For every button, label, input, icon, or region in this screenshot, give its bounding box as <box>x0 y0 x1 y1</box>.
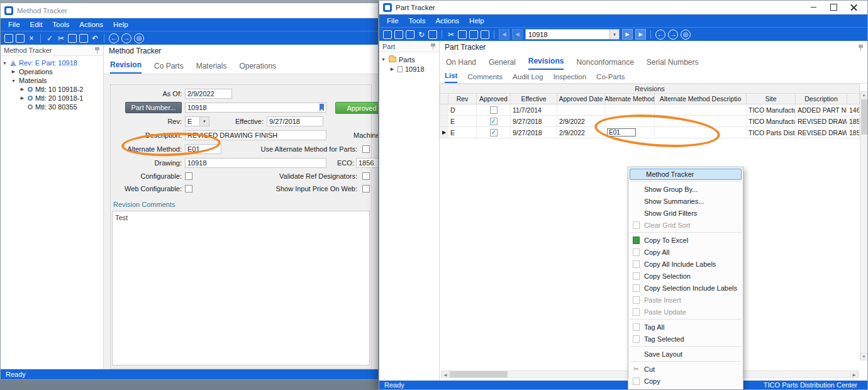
tools-icon[interactable] <box>428 30 437 39</box>
tab-general[interactable]: General <box>489 58 516 70</box>
context-menu-item-copy-selection[interactable]: Copy Selection <box>628 270 743 282</box>
tree-item-parts[interactable]: ▼ Parts <box>381 55 438 64</box>
grid-cell-alternate-method[interactable] <box>605 104 655 115</box>
first-record-button[interactable]: ◀ <box>499 29 509 40</box>
scrollbar-thumb[interactable] <box>861 99 867 135</box>
grid-header-rev[interactable]: Rev <box>448 94 477 104</box>
grid-cell-alternate-method-description[interactable] <box>655 116 747 126</box>
cut-icon[interactable]: ✂ <box>447 30 455 39</box>
grid-cell-alternate-method-description[interactable] <box>655 127 747 138</box>
paste-icon[interactable] <box>469 30 478 39</box>
rev-dropdown[interactable]: E ▼ <box>185 116 209 126</box>
expander-icon[interactable]: ▶ <box>19 87 25 92</box>
grid-cell-description[interactable]: REVISED DRAWI <box>796 127 847 138</box>
approved-button[interactable]: Approved <box>335 102 379 114</box>
grid-header-effective[interactable]: Effective <box>511 94 557 104</box>
nav-back-icon[interactable]: ← <box>655 30 665 40</box>
tree-item-materials[interactable]: ▼ Materials <box>2 76 102 85</box>
context-menu-item-method-tracker[interactable]: Method Tracker <box>630 169 742 180</box>
subtab-list[interactable]: List <box>445 72 457 83</box>
chevron-down-icon[interactable]: ▼ <box>609 30 619 39</box>
title-bar[interactable]: Part Tracker <box>379 1 867 14</box>
menu-tools[interactable]: Tools <box>404 17 431 25</box>
search-icon[interactable] <box>481 30 489 39</box>
folder-icon[interactable] <box>394 30 403 39</box>
chart-icon[interactable] <box>383 30 392 39</box>
check-icon[interactable]: ✓ <box>45 34 54 43</box>
context-menu-item-paste-insert[interactable]: Paste Insert <box>628 294 743 306</box>
expander-icon[interactable]: ▼ <box>2 61 8 65</box>
menu-actions[interactable]: Actions <box>74 21 108 28</box>
save-icon[interactable] <box>16 34 25 43</box>
grid-cell-extra[interactable]: 185 <box>847 127 859 138</box>
alternate-method-field[interactable]: E01 <box>185 144 221 154</box>
grid-cell-approved[interactable]: ✓ <box>477 116 511 126</box>
next-record-button[interactable]: ▶ <box>622 29 633 40</box>
grid-cell-extra[interactable]: 185 <box>847 116 859 126</box>
revision-comments-field[interactable]: Test <box>112 211 370 365</box>
scroll-right-icon[interactable]: ▶ <box>850 370 858 378</box>
tab-operations[interactable]: Operations <box>239 62 276 74</box>
tab-co-parts[interactable]: Co Parts <box>154 62 184 74</box>
approved-checkbox[interactable]: ✓ <box>490 118 498 125</box>
copy-icon[interactable] <box>458 30 467 39</box>
scroll-down-icon[interactable]: ▼ <box>860 353 868 360</box>
tab-materials[interactable]: Materials <box>196 62 227 74</box>
nav-back-icon[interactable]: ← <box>109 33 119 43</box>
grid-cell-approved-date[interactable]: 2/9/2022 <box>557 116 605 126</box>
pin-icon[interactable] <box>430 43 436 50</box>
tree-item-material[interactable]: ▶ Mtl: 10 10918-2 <box>2 85 102 94</box>
pin-icon[interactable] <box>94 47 100 54</box>
grid-header-description[interactable]: Description <box>796 94 847 104</box>
tree-item-material[interactable]: ▶ Mtl: 20 10918-1 <box>2 94 102 103</box>
table-row-current[interactable]: ▶ E ✓ 9/27/2018 2/9/2022 E01 TICO Parts … <box>440 127 860 138</box>
refresh-icon[interactable]: ↻ <box>417 30 426 39</box>
context-menu-item-paste[interactable]: Paste <box>628 387 743 390</box>
expander-icon[interactable]: ▶ <box>389 67 395 72</box>
drawing-field[interactable]: 10918 <box>185 158 326 168</box>
new-icon[interactable] <box>4 34 13 43</box>
web-configurable-checkbox[interactable] <box>185 185 192 192</box>
grid-header-alternate-method[interactable]: Alternate Method <box>605 94 655 104</box>
grid-header-site[interactable]: Site <box>747 94 796 104</box>
expander-icon[interactable]: ▶ <box>11 69 16 74</box>
context-menu-item-show-grid-filters[interactable]: Show Grid Filters <box>628 207 743 219</box>
context-menu-item-paste-update[interactable]: Paste Update <box>628 306 743 318</box>
grid-cell-approved[interactable]: ✓ <box>477 127 511 138</box>
grid-cell-alternate-method-description[interactable] <box>655 104 747 115</box>
show-input-price-checkbox[interactable] <box>362 185 370 192</box>
expander-icon[interactable]: ▼ <box>11 79 16 83</box>
description-field[interactable]: REVISED DRAWING FINISH <box>185 130 326 140</box>
paste-icon[interactable] <box>79 34 88 43</box>
subtab-co-parts[interactable]: Co-Parts <box>596 73 625 83</box>
expander-icon[interactable]: ▼ <box>381 57 386 62</box>
alternate-method-edit-cell[interactable]: E01 <box>607 128 636 136</box>
grid-cell-rev[interactable]: E <box>448 127 477 138</box>
context-menu-item-copy-selection-include-labels[interactable]: Copy Selection Include Labels <box>628 282 743 294</box>
grid-cell-description[interactable]: ADDED PART NU <box>796 104 847 115</box>
eco-field[interactable]: 1856 <box>356 158 379 168</box>
scroll-up-icon[interactable]: ▲ <box>860 91 868 99</box>
subtab-comments[interactable]: Comments <box>467 73 503 83</box>
delete-icon[interactable]: × <box>27 34 36 43</box>
context-menu-item-tag-all[interactable]: Tag All <box>628 321 743 333</box>
context-menu-item-copy-to-excel[interactable]: Copy To Excel <box>628 234 743 246</box>
nav-forward-icon[interactable]: → <box>668 30 678 40</box>
menu-help[interactable]: Help <box>108 21 133 28</box>
chevron-down-icon[interactable]: ▼ <box>199 117 209 126</box>
previous-record-button[interactable]: ◀ <box>512 29 523 40</box>
tab-serial-numbers[interactable]: Serial Numbers <box>647 58 699 70</box>
grid-cell-approved-date[interactable]: 2/9/2022 <box>557 127 605 138</box>
maximize-button[interactable] <box>823 1 843 14</box>
subtab-audit-log[interactable]: Audit Log <box>513 73 543 83</box>
context-menu-item-copy-all[interactable]: Copy All <box>628 246 743 258</box>
grid-icon[interactable] <box>406 30 415 39</box>
context-menu-item-tag-selected[interactable]: Tag Selected <box>628 333 743 345</box>
scrollbar-thumb[interactable] <box>450 371 508 377</box>
pin-icon[interactable] <box>858 44 864 52</box>
context-menu-item-show-summaries[interactable]: Show Summaries... <box>628 195 743 207</box>
grid-header-approved-date[interactable]: Approved Date <box>557 94 605 104</box>
tree-item-revision[interactable]: ▼ Rev: E Part: 10918 <box>2 58 102 67</box>
part-number-field[interactable]: 10918 <box>185 103 326 113</box>
context-menu-item-cut[interactable]: ✂Cut <box>628 363 743 375</box>
